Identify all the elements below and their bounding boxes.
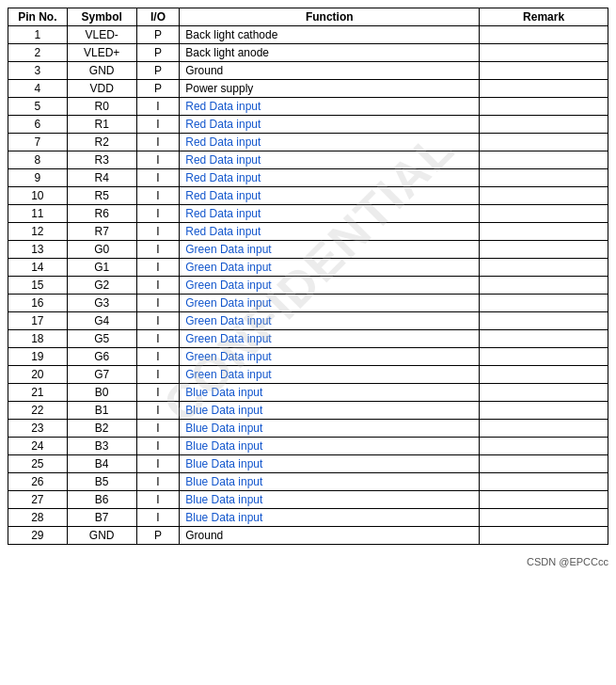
cell-symbol: G6	[67, 348, 136, 366]
cell-symbol: G5	[67, 330, 136, 348]
cell-function: Red Data input	[180, 98, 480, 116]
cell-pin: 18	[8, 330, 68, 348]
footer: CSDN @EPCCcc	[0, 552, 616, 571]
header-symbol: Symbol	[67, 8, 136, 26]
cell-symbol: R2	[67, 134, 136, 151]
cell-remark	[480, 491, 608, 509]
table-container: CONFIDENTIAL Pin No. Symbol I/O Function…	[0, 0, 616, 552]
cell-remark	[480, 366, 608, 384]
cell-function: Red Data input	[180, 187, 480, 205]
cell-function: Blue Data input	[180, 438, 480, 455]
cell-remark	[480, 473, 608, 491]
cell-function: Blue Data input	[180, 491, 480, 509]
cell-pin: 1	[8, 26, 68, 44]
cell-remark	[480, 187, 608, 205]
cell-pin: 17	[8, 312, 68, 330]
cell-io: I	[136, 98, 180, 116]
cell-pin: 29	[8, 527, 68, 545]
header-remark: Remark	[480, 8, 608, 26]
cell-remark	[480, 295, 608, 312]
cell-function: Blue Data input	[180, 402, 480, 420]
header-io: I/O	[136, 8, 180, 26]
table-row: 4VDDPPower supply	[8, 80, 608, 98]
table-row: 6R1IRed Data input	[8, 116, 608, 134]
cell-function: Back light cathode	[180, 26, 480, 44]
cell-symbol: G7	[67, 366, 136, 384]
cell-symbol: VLED+	[67, 44, 136, 62]
cell-pin: 21	[8, 384, 68, 402]
cell-symbol: B3	[67, 438, 136, 455]
table-row: 1VLED-PBack light cathode	[8, 26, 608, 44]
cell-io: I	[136, 259, 180, 277]
cell-function: Green Data input	[180, 330, 480, 348]
cell-remark	[480, 259, 608, 277]
cell-io: I	[136, 205, 180, 223]
cell-symbol: R7	[67, 223, 136, 241]
cell-symbol: R6	[67, 205, 136, 223]
cell-pin: 16	[8, 295, 68, 312]
cell-io: I	[136, 455, 180, 473]
cell-symbol: G4	[67, 312, 136, 330]
cell-remark	[480, 26, 608, 44]
cell-remark	[480, 438, 608, 455]
cell-io: P	[136, 44, 180, 62]
cell-symbol: R0	[67, 98, 136, 116]
cell-remark	[480, 348, 608, 366]
cell-io: I	[136, 366, 180, 384]
cell-io: I	[136, 473, 180, 491]
cell-function: Green Data input	[180, 277, 480, 295]
cell-pin: 22	[8, 402, 68, 420]
cell-remark	[480, 98, 608, 116]
cell-remark	[480, 402, 608, 420]
cell-io: I	[136, 116, 180, 134]
cell-function: Blue Data input	[180, 420, 480, 438]
cell-pin: 28	[8, 509, 68, 527]
cell-function: Red Data input	[180, 223, 480, 241]
cell-pin: 6	[8, 116, 68, 134]
cell-function: Green Data input	[180, 312, 480, 330]
cell-function: Blue Data input	[180, 455, 480, 473]
cell-io: I	[136, 169, 180, 187]
table-row: 8R3IRed Data input	[8, 151, 608, 169]
cell-remark	[480, 420, 608, 438]
table-row: 11R6IRed Data input	[8, 205, 608, 223]
cell-pin: 4	[8, 80, 68, 98]
table-row: 2VLED+PBack light anode	[8, 44, 608, 62]
header-function: Function	[180, 8, 480, 26]
table-row: 13G0IGreen Data input	[8, 241, 608, 259]
table-row: 10R5IRed Data input	[8, 187, 608, 205]
cell-function: Back light anode	[180, 44, 480, 62]
cell-pin: 9	[8, 169, 68, 187]
cell-io: P	[136, 62, 180, 80]
cell-io: I	[136, 134, 180, 151]
cell-pin: 8	[8, 151, 68, 169]
cell-pin: 2	[8, 44, 68, 62]
cell-symbol: GND	[67, 62, 136, 80]
table-row: 29GNDPGround	[8, 527, 608, 545]
cell-pin: 5	[8, 98, 68, 116]
cell-pin: 19	[8, 348, 68, 366]
cell-symbol: VDD	[67, 80, 136, 98]
table-row: 21B0IBlue Data input	[8, 384, 608, 402]
cell-symbol: B6	[67, 491, 136, 509]
cell-remark	[480, 80, 608, 98]
table-row: 3GNDPGround	[8, 62, 608, 80]
cell-remark	[480, 44, 608, 62]
table-header-row: Pin No. Symbol I/O Function Remark	[8, 8, 608, 26]
cell-io: I	[136, 223, 180, 241]
cell-symbol: R5	[67, 187, 136, 205]
pin-table: Pin No. Symbol I/O Function Remark 1VLED…	[8, 8, 608, 545]
cell-io: P	[136, 26, 180, 44]
cell-io: I	[136, 491, 180, 509]
cell-io: I	[136, 509, 180, 527]
table-row: 25B4IBlue Data input	[8, 455, 608, 473]
table-row: 24B3IBlue Data input	[8, 438, 608, 455]
cell-function: Blue Data input	[180, 509, 480, 527]
table-row: 12R7IRed Data input	[8, 223, 608, 241]
cell-symbol: R4	[67, 169, 136, 187]
cell-pin: 7	[8, 134, 68, 151]
table-row: 27B6IBlue Data input	[8, 491, 608, 509]
table-row: 23B2IBlue Data input	[8, 420, 608, 438]
cell-symbol: G2	[67, 277, 136, 295]
cell-remark	[480, 527, 608, 545]
